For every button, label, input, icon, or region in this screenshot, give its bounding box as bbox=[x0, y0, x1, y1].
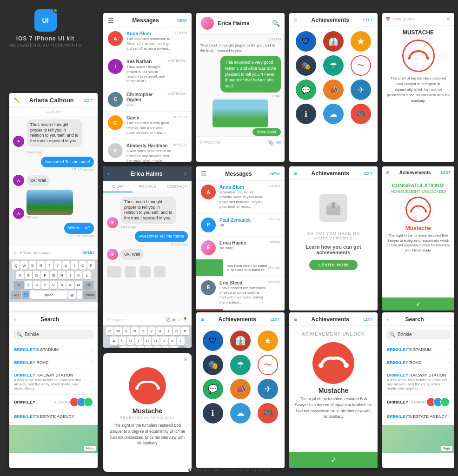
key-m2[interactable]: M bbox=[170, 346, 178, 348]
ach-tie[interactable]: 👔 bbox=[321, 31, 345, 52]
key-m[interactable]: M bbox=[75, 281, 82, 289]
hamburger-icon-2[interactable]: ☰ bbox=[201, 170, 207, 178]
key-c[interactable]: C bbox=[41, 281, 49, 289]
search-result[interactable]: BRINKLEY'S STADIUM › bbox=[9, 343, 98, 356]
search-result-r[interactable]: BRINKLEY'S ESTATE AGENCY › bbox=[382, 410, 454, 423]
key-q2[interactable]: Q bbox=[106, 327, 113, 335]
key-123[interactable]: 123 bbox=[11, 291, 21, 299]
key-t2[interactable]: T bbox=[139, 327, 147, 335]
key-r[interactable]: R bbox=[37, 261, 45, 270]
message-placeholder[interactable]: MESSAGE bbox=[200, 140, 267, 145]
key-at[interactable]: @ bbox=[68, 291, 76, 299]
close-icon-popup[interactable]: ✕ bbox=[183, 356, 188, 363]
key-backspace[interactable]: ⌫ bbox=[83, 281, 93, 289]
search-bar-right[interactable]: 🔍 Brinkle bbox=[386, 330, 451, 339]
edit-label-3[interactable]: EDIT bbox=[270, 317, 280, 322]
ach2-mask[interactable]: 🎭 bbox=[201, 355, 225, 375]
ach-mask[interactable]: 🎭 bbox=[294, 55, 318, 76]
image-icon[interactable]: 🖼 bbox=[166, 317, 171, 322]
key-p2[interactable]: P bbox=[181, 327, 189, 335]
ach-gamepad[interactable]: 🎮 bbox=[349, 104, 373, 124]
key-s2[interactable]: S bbox=[119, 337, 126, 345]
ach2-umbrella[interactable]: ☂ bbox=[228, 355, 252, 375]
key-j[interactable]: J bbox=[66, 271, 74, 279]
key-v2[interactable]: V bbox=[145, 346, 153, 348]
key-z2[interactable]: Z bbox=[120, 346, 127, 348]
key-u2[interactable]: U bbox=[156, 327, 164, 335]
new-label-2[interactable]: NEW bbox=[270, 172, 280, 176]
key-shift[interactable]: ⇧ bbox=[13, 281, 24, 289]
key-o[interactable]: O bbox=[79, 261, 86, 270]
hamburger-icon[interactable]: ☰ bbox=[108, 17, 114, 24]
plus-icon[interactable]: + bbox=[13, 249, 17, 257]
key-x2[interactable]: X bbox=[128, 346, 136, 348]
search-value-r[interactable]: Brinkle bbox=[398, 332, 412, 337]
swipe-item-green[interactable]: ✓ two have been for some d besides to di… bbox=[196, 259, 285, 277]
key-f[interactable]: F bbox=[41, 271, 49, 279]
key-w[interactable]: W bbox=[20, 261, 28, 270]
key-i[interactable]: I bbox=[71, 261, 78, 270]
list-item[interactable]: G Gavin This sounded a very good reason,… bbox=[103, 112, 192, 139]
ach2-shield[interactable]: 🛡 bbox=[201, 331, 225, 351]
send-button[interactable]: SEND bbox=[82, 251, 94, 255]
key-d2[interactable]: D bbox=[127, 337, 134, 345]
key-globe[interactable]: 🌐 bbox=[22, 291, 29, 299]
key-e[interactable]: E bbox=[29, 261, 36, 270]
key-b[interactable]: B bbox=[58, 281, 66, 289]
list-item[interactable]: E Erin Steed I have related the substanc… bbox=[196, 277, 285, 310]
search-result-r[interactable]: BRINKLEY'S STADIUM › bbox=[382, 343, 454, 356]
close-icon[interactable]: ✕ bbox=[446, 16, 451, 22]
key-f2[interactable]: F bbox=[135, 337, 143, 345]
ach2-megaphone[interactable]: 📣 bbox=[228, 379, 252, 399]
key-h2[interactable]: H bbox=[152, 337, 159, 345]
unlock-edit[interactable]: EDIT bbox=[363, 317, 373, 322]
key-y2[interactable]: Y bbox=[148, 327, 155, 335]
key-q[interactable]: Q bbox=[12, 261, 20, 270]
ach-plane[interactable]: ✈ bbox=[349, 79, 373, 100]
key-j2[interactable]: J bbox=[160, 337, 168, 345]
ach-info[interactable]: ℹ bbox=[294, 104, 318, 124]
ach-star[interactable]: ★ bbox=[349, 31, 373, 52]
key-d[interactable]: D bbox=[33, 271, 40, 279]
key-a2[interactable]: A bbox=[110, 337, 118, 345]
ach2-gamepad[interactable]: 🎮 bbox=[256, 403, 280, 423]
key-dot[interactable]: . bbox=[77, 291, 82, 299]
key-r2[interactable]: R bbox=[131, 327, 139, 335]
key-y[interactable]: Y bbox=[54, 261, 61, 270]
ach2-plane[interactable]: ✈ bbox=[256, 379, 280, 399]
key-shift2[interactable]: ⇧ bbox=[109, 346, 119, 348]
tab-chat[interactable]: CHAT bbox=[103, 181, 133, 192]
ach-chat[interactable]: 💬 bbox=[294, 79, 318, 100]
music-icon[interactable]: ♪ bbox=[178, 317, 180, 322]
ach-umbrella[interactable]: ☂ bbox=[321, 55, 345, 76]
key-bs2[interactable]: ⌫ bbox=[179, 346, 186, 348]
key-g2[interactable]: G bbox=[144, 337, 151, 345]
search-result-r[interactable]: BRINKLEY RAILWAY STATION It was some tim… bbox=[382, 369, 454, 395]
key-n2[interactable]: N bbox=[162, 346, 169, 348]
ach2-info[interactable]: ℹ bbox=[201, 403, 225, 423]
unlock-check-bar[interactable]: ✓ bbox=[289, 452, 378, 468]
ach2-cloud[interactable]: ☁ bbox=[228, 403, 252, 423]
congrats-edit[interactable]: EDIT bbox=[441, 170, 451, 175]
search-users-result-r[interactable]: BRINKLEY 3 USERS bbox=[382, 395, 454, 410]
attach-icon[interactable]: 📎 bbox=[267, 139, 274, 146]
search-result-r[interactable]: BRINKLEY ROAD › bbox=[382, 356, 454, 369]
list-item[interactable]: A Anna Blum This sounded nonsense to Ali… bbox=[103, 27, 192, 55]
list-item[interactable]: I Irea Nathan Thus much I thought proper… bbox=[103, 55, 192, 88]
list-item[interactable]: P Paul Zemanek Hi! Sunday bbox=[196, 214, 285, 237]
key-w2[interactable]: W bbox=[114, 327, 122, 335]
key-z[interactable]: Z bbox=[25, 281, 32, 289]
key-i2[interactable]: I bbox=[165, 327, 172, 335]
tab-contact[interactable]: CONTACT bbox=[162, 181, 192, 192]
key-u[interactable]: U bbox=[62, 261, 70, 270]
ach-megaphone[interactable]: 📣 bbox=[321, 79, 345, 100]
key-s[interactable]: S bbox=[25, 271, 32, 279]
learn-how-button[interactable]: LEARN HOW bbox=[309, 260, 358, 270]
new-label[interactable]: NEW bbox=[177, 18, 187, 23]
search-users-result[interactable]: BRINKLEY 3 USERS bbox=[9, 395, 98, 410]
search-bar[interactable]: 🔍 Brinkle bbox=[13, 330, 94, 339]
ach-cloud[interactable]: ☁ bbox=[321, 104, 345, 124]
video-icon[interactable]: ▶ bbox=[173, 317, 176, 322]
list-item[interactable]: C Christopher Ogden OK! YESTERDAY bbox=[103, 88, 192, 112]
chat-input[interactable]: + Your message bbox=[20, 251, 80, 255]
